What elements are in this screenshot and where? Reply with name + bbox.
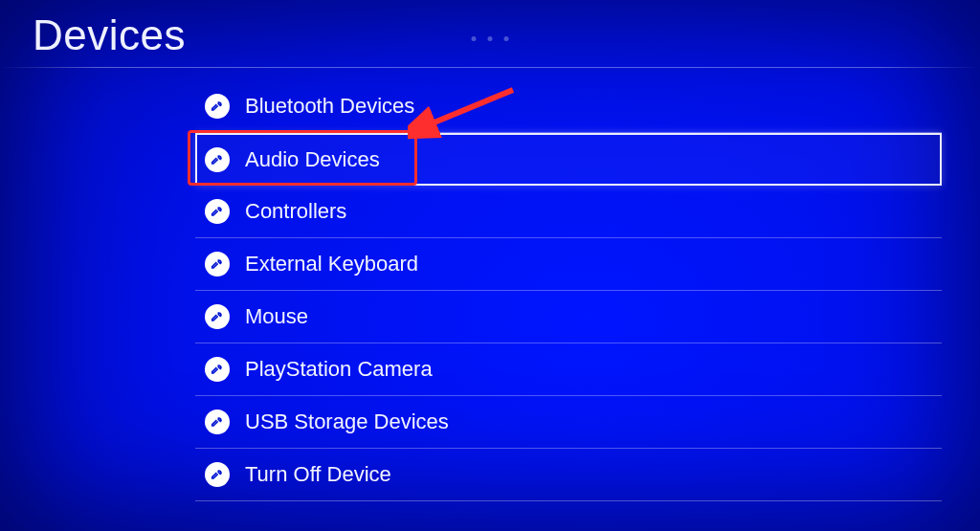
header-dots — [472, 36, 509, 41]
page-title: Devices — [33, 11, 186, 59]
wrench-icon — [205, 304, 230, 329]
devices-menu: Bluetooth Devices Audio Devices Controll… — [195, 80, 942, 501]
header-divider — [0, 67, 980, 68]
menu-item-mouse[interactable]: Mouse — [195, 291, 942, 343]
menu-item-label: Mouse — [245, 304, 308, 329]
menu-item-usb-storage-devices[interactable]: USB Storage Devices — [195, 396, 942, 449]
wrench-icon — [205, 409, 230, 434]
wrench-icon — [205, 252, 230, 277]
wrench-icon — [205, 147, 230, 172]
menu-item-audio-devices[interactable]: Audio Devices — [195, 133, 942, 186]
menu-item-label: Bluetooth Devices — [245, 94, 414, 119]
menu-item-label: Turn Off Device — [245, 462, 391, 487]
menu-item-bluetooth-devices[interactable]: Bluetooth Devices — [195, 80, 942, 133]
wrench-icon — [205, 199, 230, 224]
wrench-icon — [205, 462, 230, 487]
wrench-icon — [205, 357, 230, 382]
menu-item-label: PlayStation Camera — [245, 357, 433, 382]
menu-item-label: Controllers — [245, 199, 346, 224]
menu-item-label: USB Storage Devices — [245, 409, 449, 434]
wrench-icon — [205, 94, 230, 119]
menu-item-external-keyboard[interactable]: External Keyboard — [195, 238, 942, 291]
menu-item-label: External Keyboard — [245, 252, 418, 277]
menu-item-turn-off-device[interactable]: Turn Off Device — [195, 449, 942, 501]
menu-item-controllers[interactable]: Controllers — [195, 186, 942, 238]
menu-item-label: Audio Devices — [245, 147, 380, 172]
menu-item-playstation-camera[interactable]: PlayStation Camera — [195, 343, 942, 396]
